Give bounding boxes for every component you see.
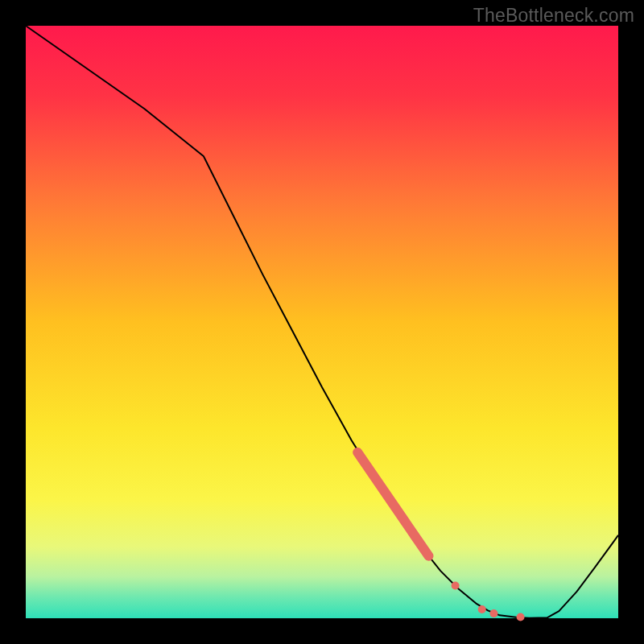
chart-container: TheBottleneck.com	[0, 0, 644, 644]
plot-background	[26, 26, 618, 618]
marker-dot-2	[517, 613, 525, 621]
watermark-text: TheBottleneck.com	[473, 5, 634, 27]
marker-dot-cluster-b	[489, 609, 497, 617]
marker-dot-cluster-a	[478, 605, 486, 613]
bottleneck-chart	[0, 0, 644, 644]
marker-dot-1	[452, 582, 460, 590]
